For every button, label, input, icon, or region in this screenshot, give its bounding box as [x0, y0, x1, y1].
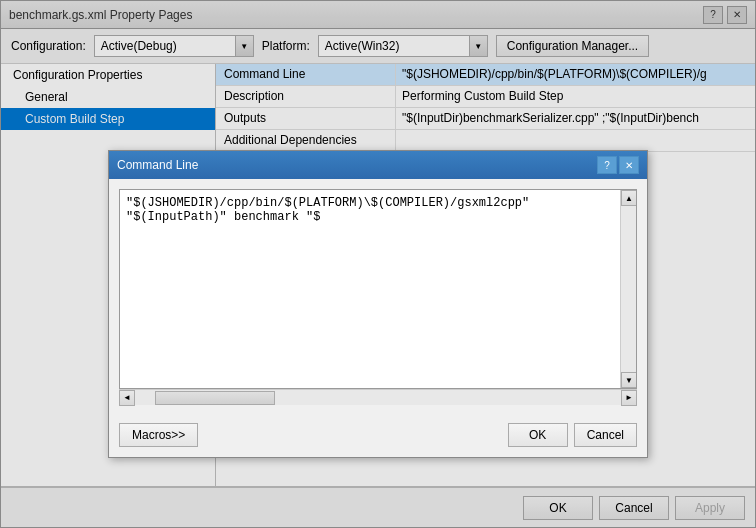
dialog-title-controls: ? ✕ [597, 156, 639, 174]
dialog-help-button[interactable]: ? [597, 156, 617, 174]
horizontal-scrollbar[interactable]: ◄ ► [119, 389, 637, 405]
h-scroll-track[interactable] [135, 390, 621, 405]
dialog-ok-cancel: OK Cancel [508, 423, 637, 447]
scroll-up-button[interactable]: ▲ [621, 190, 637, 206]
command-line-dialog: Command Line ? ✕ ▲ ▼ ◄ ► [108, 150, 648, 458]
scroll-down-button[interactable]: ▼ [621, 372, 637, 388]
command-textarea-wrapper: ▲ ▼ [119, 189, 637, 389]
dialog-title: Command Line [117, 158, 198, 172]
dialog-body: ▲ ▼ ◄ ► [109, 179, 647, 415]
dialog-cancel-button[interactable]: Cancel [574, 423, 637, 447]
scroll-right-button[interactable]: ► [621, 390, 637, 406]
dialog-title-bar: Command Line ? ✕ [109, 151, 647, 179]
scroll-track[interactable] [621, 206, 636, 372]
dialog-close-button[interactable]: ✕ [619, 156, 639, 174]
h-scroll-thumb[interactable] [155, 391, 275, 405]
dialog-ok-button[interactable]: OK [508, 423, 568, 447]
modal-overlay: Command Line ? ✕ ▲ ▼ ◄ ► [0, 0, 756, 528]
dialog-footer: Macros>> OK Cancel [109, 415, 647, 457]
command-textarea[interactable] [120, 190, 620, 380]
vertical-scrollbar[interactable]: ▲ ▼ [620, 190, 636, 388]
scroll-left-button[interactable]: ◄ [119, 390, 135, 406]
macros-button[interactable]: Macros>> [119, 423, 198, 447]
